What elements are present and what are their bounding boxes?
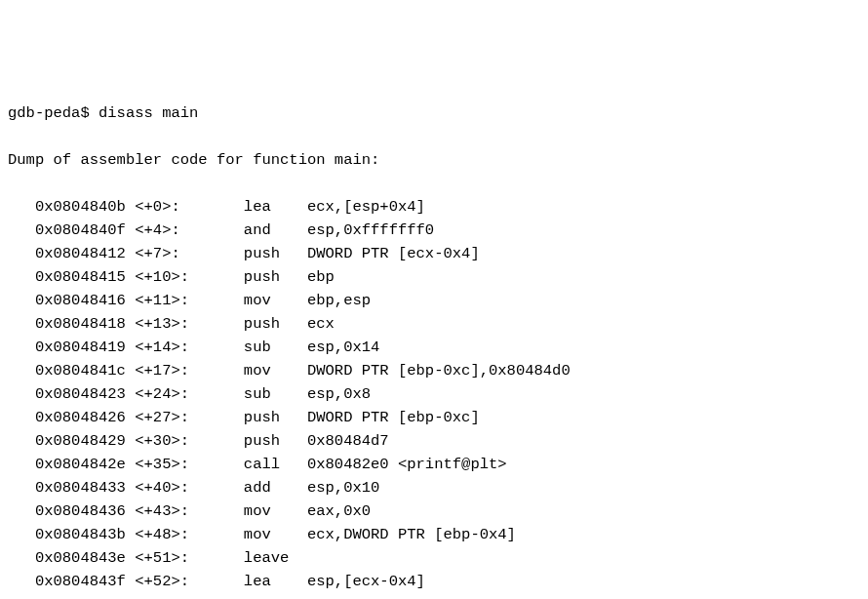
asm-line: 0x08048433 <+40>: add esp,0x10 [8,476,860,499]
asm-line: 0x08048429 <+30>: push 0x80484d7 [8,429,860,453]
asm-line: 0x08048415 <+10>: push ebp [8,265,860,289]
asm-line: 0x08048418 <+13>: push ecx [8,312,860,336]
asm-line: 0x0804843e <+51>: leave [8,546,860,570]
asm-line: 0x08048416 <+11>: mov ebp,esp [8,289,860,312]
asm-line: 0x08048419 <+14>: sub esp,0x14 [8,336,860,359]
asm-line: 0x08048412 <+7>: push DWORD PTR [ecx-0x4… [8,242,860,265]
asm-line: 0x08048426 <+27>: push DWORD PTR [ebp-0x… [8,406,860,429]
asm-line: 0x0804843b <+48>: mov ecx,DWORD PTR [ebp… [8,523,860,546]
asm-line: 0x08048442 <+55>: ret [8,593,860,599]
asm-line: 0x08048423 <+24>: sub esp,0x8 [8,382,860,406]
dump-header-line: Dump of assembler code for function main… [8,148,860,172]
asm-line: 0x0804840b <+0>: lea ecx,[esp+0x4] [8,195,860,219]
asm-line: 0x0804841c <+17>: mov DWORD PTR [ebp-0xc… [8,359,860,382]
asm-line: 0x0804842e <+35>: call 0x80482e0 <printf… [8,453,860,476]
disassembly-body: 0x0804840b <+0>: lea ecx,[esp+0x4] 0x080… [8,195,860,599]
asm-line: 0x0804840f <+4>: and esp,0xfffffff0 [8,219,860,242]
gdb-prompt-line: gdb-peda$ disass main [8,101,860,125]
asm-line: 0x08048436 <+43>: mov eax,0x0 [8,499,860,523]
asm-line: 0x0804843f <+52>: lea esp,[ecx-0x4] [8,570,860,593]
